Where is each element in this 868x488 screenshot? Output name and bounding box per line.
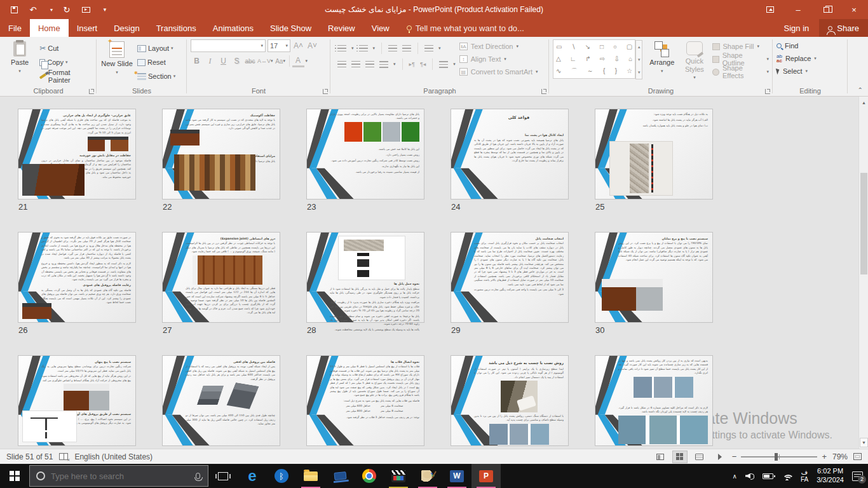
slide-thumbnail[interactable]: روش نصب با چسب به شرح ذیل می باشدابتدا س… xyxy=(451,356,568,445)
italic-button[interactable]: I xyxy=(204,55,216,67)
numbering-icon[interactable] xyxy=(359,45,368,52)
increase-indent-icon[interactable] xyxy=(402,45,411,52)
align-center-icon[interactable] xyxy=(351,61,360,68)
minimize-button[interactable]: – xyxy=(784,0,812,19)
language-indicator[interactable]: English (United States) xyxy=(74,452,153,461)
tab-animations[interactable]: Animations xyxy=(205,19,262,37)
ribbon-display-options-button[interactable] xyxy=(756,0,784,19)
text-shadow-button[interactable]: S xyxy=(231,55,243,67)
shape-fill-button[interactable]: Shape Fill▾ xyxy=(712,41,770,52)
underline-button[interactable]: U xyxy=(217,55,229,67)
wifi-icon[interactable] xyxy=(782,472,792,480)
action-center-icon[interactable]: 2 xyxy=(852,471,863,481)
tab-review[interactable]: Review xyxy=(320,19,363,37)
justify-icon[interactable] xyxy=(379,61,388,68)
zoom-percent[interactable]: 79% xyxy=(832,452,848,461)
align-left-icon[interactable] xyxy=(337,61,346,68)
collapse-ribbon-icon[interactable]: ⌃ xyxy=(858,86,863,93)
layout-button[interactable]: Layout▾ xyxy=(137,41,175,55)
slide-thumbnail[interactable]: سیستم نصب با پیچ پنهانشرکت رنگین تجارت د… xyxy=(18,356,135,445)
arrange-button[interactable]: Arrange▾ xyxy=(647,39,677,86)
word-button[interactable]: W xyxy=(442,464,471,488)
bluetooth-button[interactable]: ᛒ xyxy=(267,464,296,488)
microphone-icon[interactable] xyxy=(196,473,200,479)
edge-button[interactable]: e xyxy=(238,464,267,488)
shapes-gallery[interactable]: ▭∖↘□○▢ △∟↱⇨⇩⌂ ∿⌒～{}☆ ▲▼▼ xyxy=(553,39,635,79)
text-direction-button[interactable]: ‖AText Direction▾ xyxy=(459,41,538,52)
reset-button[interactable]: Reset xyxy=(137,55,175,69)
undo-dropdown-icon[interactable]: ▾ xyxy=(41,7,53,13)
share-button[interactable]: Share xyxy=(819,19,868,37)
slide-thumbnail[interactable]: قواعد کلیایجاد کانال هوا در پشت نماپانل … xyxy=(451,109,568,199)
font-dialog-launcher[interactable] xyxy=(323,89,328,94)
task-view-button[interactable] xyxy=(208,464,238,488)
tab-insert[interactable]: Insert xyxy=(69,19,106,37)
shape-outline-button[interactable]: Shape Outline▾ xyxy=(712,53,770,65)
media-player-button[interactable] xyxy=(384,464,413,488)
columns-icon[interactable] xyxy=(439,61,448,68)
undo-icon[interactable]: ↶ xyxy=(28,4,38,15)
decrease-indent-icon[interactable] xyxy=(388,45,397,52)
drawing-dialog-launcher[interactable] xyxy=(765,89,770,94)
spell-check-icon[interactable] xyxy=(59,453,68,460)
zoom-slider-thumb[interactable] xyxy=(775,453,778,461)
customize-qat-icon[interactable]: ▾ xyxy=(100,4,110,15)
redo-icon[interactable]: ↻ xyxy=(62,4,72,15)
file-explorer-button[interactable] xyxy=(296,464,325,488)
shape-effects-button[interactable]: Shape Effects▾ xyxy=(712,66,770,78)
tab-view[interactable]: View xyxy=(363,19,398,37)
bullets-icon[interactable] xyxy=(337,45,346,52)
slide-thumbnail[interactable]: انتخاب ضخامت پانلانتخاب ضخامت پانل بر حس… xyxy=(451,233,568,322)
slide-thumbnail[interactable]: درز های انبساطی (Expansion joint)با توجه… xyxy=(163,233,280,322)
start-button[interactable] xyxy=(0,464,29,488)
scroll-up-icon[interactable]: ▲ xyxy=(860,98,868,107)
new-slide-button[interactable]: New Slide▾ xyxy=(100,39,133,86)
battery-icon[interactable] xyxy=(763,473,773,479)
cut-button[interactable]: ✂Cut xyxy=(39,41,93,55)
sign-in-link[interactable]: Sign in xyxy=(774,24,820,33)
chrome-button[interactable] xyxy=(355,464,384,488)
slide-thumbnail[interactable]: حفاظت آکوستیکبا توجه به لایه های متعددی … xyxy=(163,109,280,199)
hidden-icons-chevron[interactable]: ∧ xyxy=(733,473,737,480)
rtl-direction-icon[interactable]: ¶◂ xyxy=(420,61,426,67)
tab-design[interactable]: Design xyxy=(105,19,147,37)
slide-thumbnail[interactable]: به نکات ذیل در هنگام نصب باید توجه ویژه … xyxy=(595,109,712,199)
tab-home[interactable]: Home xyxy=(30,19,69,37)
slide-thumbnail[interactable]: نحوه حمل پانل هاسطح پایدار پالت ها برای … xyxy=(307,233,424,322)
clock[interactable]: 6:02 PM 3/3/2024 xyxy=(817,467,844,485)
grow-font-icon[interactable]: A˄ xyxy=(292,39,304,52)
character-spacing-button[interactable]: A↔V▾ xyxy=(257,55,273,67)
scroll-down-icon[interactable]: ▼ xyxy=(860,438,868,447)
taskbar-search[interactable] xyxy=(29,465,208,487)
speaker-icon[interactable] xyxy=(745,472,754,480)
slide-sorter-area[interactable]: Activate Windows Go to Settings to activ… xyxy=(0,97,868,449)
zoom-slider[interactable] xyxy=(741,456,817,458)
section-button[interactable]: Section▾ xyxy=(137,69,175,83)
paste-button[interactable]: Paste▾ xyxy=(4,39,36,86)
font-size-combo[interactable]: 17▾ xyxy=(268,39,290,52)
shapes-scroll[interactable]: ▲▼▼ xyxy=(635,40,642,79)
restore-button[interactable] xyxy=(812,0,840,19)
slide-thumbnail[interactable]: فاصله بین پروفیل های افقیپس از ایجاد شبک… xyxy=(163,356,280,445)
convert-smartart-button[interactable]: ▤Convert to SmartArt▾ xyxy=(459,66,538,78)
slide-sorter-view-button[interactable] xyxy=(673,451,687,463)
bold-button[interactable]: B xyxy=(191,55,203,67)
slide-thumbnail[interactable]: عایق حرارتی- جلوگیری از ایجاد پل های حرا… xyxy=(18,109,135,199)
line-spacing-icon[interactable] xyxy=(424,45,433,52)
slide-thumbnail[interactable]: بدیهی است که نیازی به از بین بردن کل روک… xyxy=(595,356,712,445)
font-color-button[interactable]: A xyxy=(292,55,304,67)
language-switcher[interactable]: ف FA xyxy=(801,468,808,484)
slide-thumbnail[interactable]: پانل های ترسیا دارای مقاومت بسیار بالایی… xyxy=(307,109,424,199)
powerpoint-button[interactable]: P xyxy=(471,464,501,488)
find-button[interactable]: Find xyxy=(776,40,844,51)
font-name-combo[interactable]: ▾ xyxy=(191,39,266,52)
scrollbar-thumb[interactable] xyxy=(860,173,867,274)
fit-to-window-icon[interactable] xyxy=(853,453,862,460)
vertical-scrollbar[interactable]: ▲ ▼ xyxy=(858,97,868,449)
change-case-button[interactable]: Aa▾ xyxy=(275,55,287,67)
slide-thumbnail[interactable]: سیستم نصب با پیچ و پرچ نمایاننمای TRESPA… xyxy=(595,233,712,322)
slide-show-button[interactable] xyxy=(712,451,726,463)
tab-file[interactable]: File xyxy=(0,19,30,37)
clipboard-dialog-launcher[interactable] xyxy=(89,89,94,94)
format-painter-button[interactable]: Format Painter xyxy=(39,69,93,83)
